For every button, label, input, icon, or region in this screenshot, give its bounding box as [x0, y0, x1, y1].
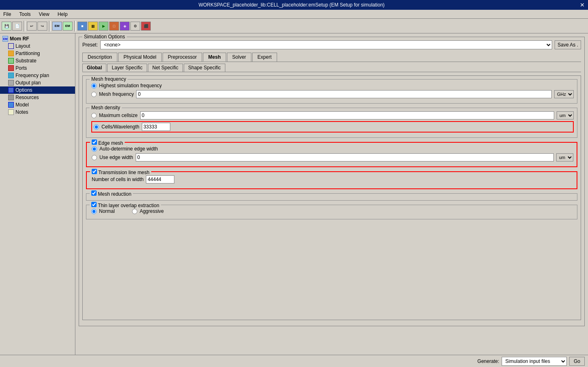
use-edge-width-row: Use edge width um [92, 153, 573, 161]
mesh-freq-value-input[interactable] [136, 90, 552, 98]
toolbar-b1-button[interactable]: ■ [77, 22, 87, 31]
subtab-shape-specific[interactable]: Shape Specific [184, 64, 225, 72]
tab-preprocessor[interactable]: Preprocessor [163, 53, 202, 62]
menu-view[interactable]: View [37, 11, 51, 18]
toolbar-em2-button[interactable]: EM [63, 22, 73, 31]
max-cellsize-radio[interactable] [91, 113, 97, 118]
sidebar-item-notes[interactable]: Notes [0, 108, 75, 116]
highest-sim-freq-label[interactable]: Highest simulation frequency [99, 83, 162, 88]
sidebar-label-substrate: Substrate [15, 58, 36, 64]
toolbar-undo-button[interactable]: ↩ [27, 22, 37, 31]
mesh-density-section: Mesh density Maximum cellsize um Cells/W… [86, 108, 577, 138]
output-icon [8, 80, 14, 86]
go-button[interactable]: Go [569, 357, 585, 366]
aggressive-radio[interactable] [132, 209, 137, 214]
toolbar-sep3 [74, 21, 76, 31]
mesh-freq-row: Mesh frequency GHz [91, 90, 574, 98]
toolbar-em1-button[interactable]: EM [52, 22, 62, 31]
max-cellsize-input[interactable] [140, 111, 554, 119]
sidebar-label-partitioning: Partitioning [15, 51, 40, 56]
toolbar-b4-button[interactable]: ◈ [120, 22, 130, 31]
num-cells-label: Number of cells in width [92, 177, 143, 182]
thin-layer-section: Thin layer overlap extraction Normal Agg… [86, 205, 577, 219]
preset-dropdown[interactable]: <none> [100, 40, 552, 49]
sidebar-item-substrate[interactable]: Substrate [0, 57, 75, 64]
transmission-line-mesh-checkbox[interactable] [92, 169, 97, 174]
options-icon [8, 87, 14, 93]
mesh-freq-label[interactable]: Mesh frequency [99, 91, 134, 97]
use-edge-width-label[interactable]: Use edge width [99, 155, 133, 160]
mesh-freq-unit-dropdown[interactable]: GHz [554, 90, 574, 98]
menu-help[interactable]: Help [56, 11, 69, 18]
thin-layer-options-row: Normal Aggressive [91, 208, 574, 214]
edge-width-input[interactable] [136, 153, 554, 161]
sidebar-item-frequency[interactable]: Frequency plan [0, 72, 75, 79]
sidebar-item-layout[interactable]: Layout [0, 42, 75, 50]
highest-sim-freq-radio[interactable] [91, 83, 97, 88]
preset-label: Preset: [82, 42, 98, 48]
sidebar-item-options[interactable]: Options [0, 86, 75, 94]
menu-bar: File Tools View Help [0, 10, 588, 19]
edge-width-unit-dropdown[interactable]: um [556, 153, 573, 161]
use-edge-width-radio[interactable] [92, 155, 97, 160]
max-cellsize-unit-dropdown[interactable]: um [557, 111, 574, 119]
highest-sim-freq-row: Highest simulation frequency [91, 83, 574, 88]
tab-expert[interactable]: Expert [252, 53, 277, 62]
normal-label[interactable]: Normal [99, 208, 115, 214]
normal-radio[interactable] [91, 209, 97, 214]
mesh-reduction-checkbox[interactable] [91, 190, 97, 196]
thin-layer-checkbox[interactable] [91, 202, 97, 207]
generate-dropdown[interactable]: Simulation input files [502, 357, 567, 366]
sidebar-item-model[interactable]: Model [0, 101, 75, 108]
save-as-button[interactable]: Save As . [555, 40, 581, 49]
menu-file[interactable]: File [2, 11, 13, 18]
mesh-freq-radio[interactable] [91, 92, 97, 97]
frequency-icon [8, 73, 14, 78]
sidebar: EM Mom RF Layout Partitioning Substrate … [0, 33, 75, 355]
sidebar-item-ports[interactable]: Ports [0, 64, 75, 72]
toolbar-save-button[interactable]: 💾 [2, 22, 11, 31]
cells-wavelength-label[interactable]: Cells/Wavelength [101, 124, 139, 130]
toolbar-new-button[interactable]: 📄 [12, 22, 22, 31]
transmission-line-mesh-title: Transmission line mesh [90, 169, 151, 175]
main-tabs-row: Description Physical Model Preprocessor … [82, 53, 581, 62]
mesh-frequency-section: Mesh frequency Highest simulation freque… [86, 79, 577, 104]
mesh-reduction-section: Mesh reduction [86, 193, 577, 201]
subtab-layer-specific[interactable]: Layer Specific [107, 64, 147, 72]
subtab-global[interactable]: Global [82, 64, 106, 72]
cells-wavelength-row: Cells/Wavelength [91, 121, 574, 133]
toolbar-redo-button[interactable]: ↪ [37, 22, 47, 31]
max-cellsize-label[interactable]: Maximum cellsize [99, 113, 138, 118]
num-cells-input[interactable] [146, 175, 174, 184]
sidebar-label-frequency: Frequency plan [15, 73, 49, 78]
tab-mesh[interactable]: Mesh [203, 53, 226, 62]
toolbar-b6-button[interactable]: ⬛ [141, 22, 151, 31]
tab-solver[interactable]: Solver [227, 53, 251, 62]
auto-edge-width-label[interactable]: Auto-determine edge width [99, 146, 158, 152]
main-layout: EM Mom RF Layout Partitioning Substrate … [0, 33, 588, 355]
auto-edge-width-radio[interactable] [92, 146, 97, 152]
generate-label: Generate: [478, 358, 499, 364]
sidebar-label-options: Options [15, 87, 32, 93]
aggressive-label[interactable]: Aggressive [140, 208, 164, 214]
sidebar-item-resources[interactable]: Resources [0, 94, 75, 101]
sidebar-label-resources: Resources [15, 95, 39, 100]
cells-wavelength-input[interactable] [142, 123, 170, 131]
close-button[interactable]: ✕ [580, 2, 585, 8]
toolbar-run-button[interactable]: ▶ [99, 22, 108, 31]
tab-description[interactable]: Description [82, 53, 117, 62]
toolbar-b5-button[interactable]: ⚙ [130, 22, 140, 31]
menu-tools[interactable]: Tools [18, 11, 32, 18]
edge-mesh-checkbox[interactable] [92, 139, 97, 145]
toolbar-sep2 [49, 21, 51, 31]
sidebar-item-output[interactable]: Output plan [0, 79, 75, 86]
subtab-net-specific[interactable]: Net Specific [148, 64, 183, 72]
toolbar-b2-button[interactable]: ▦ [88, 22, 98, 31]
transmission-line-mesh-section: Transmission line mesh Number of cells i… [86, 171, 577, 189]
sidebar-item-partitioning[interactable]: Partitioning [0, 50, 75, 57]
thin-layer-title: Thin layer overlap extraction [90, 202, 161, 208]
ports-icon [8, 65, 14, 71]
tab-physical-model[interactable]: Physical Model [118, 53, 162, 62]
cells-wavelength-radio[interactable] [94, 124, 99, 130]
toolbar-b3-button[interactable]: □ [109, 22, 119, 31]
